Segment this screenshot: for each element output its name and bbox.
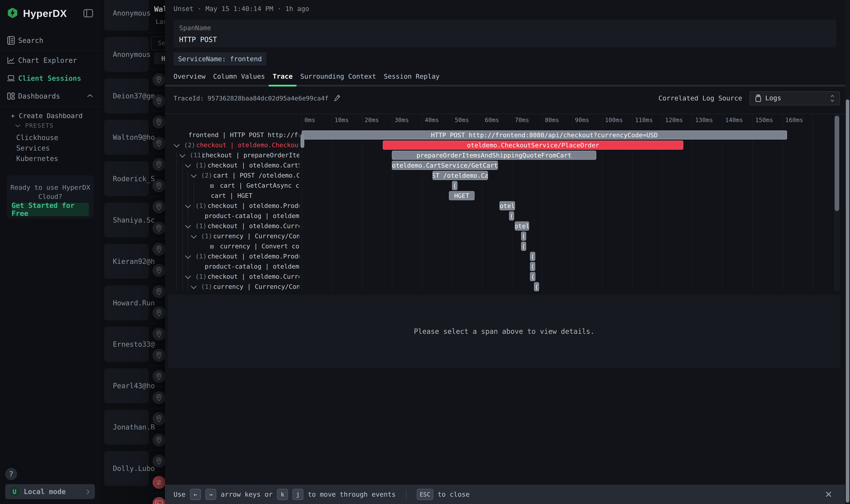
span-bar[interactable]: ( xyxy=(452,181,457,190)
local-mode-button[interactable]: U Local mode xyxy=(5,484,95,499)
chevron-down-icon[interactable] xyxy=(185,202,191,208)
span-tree-label[interactable]: currency | Convert convers… xyxy=(220,241,299,251)
session-card[interactable]: Walton9@ho xyxy=(104,120,149,155)
event-row[interactable] xyxy=(149,450,165,472)
chevron-down-icon[interactable] xyxy=(191,233,197,238)
session-card[interactable]: Deion37@gm xyxy=(104,78,149,113)
event-row[interactable] xyxy=(149,260,165,281)
span-tree-label[interactable]: cart | HGET xyxy=(211,191,252,201)
sidebar-item-dashboards[interactable]: Dashboards xyxy=(0,87,101,105)
preset-kubernetes[interactable]: Kubernetes xyxy=(16,155,58,163)
tab-column-values[interactable]: Column Values xyxy=(209,69,269,85)
span-tree-label[interactable]: checkout | oteldemo.CartServic… xyxy=(207,160,299,170)
event-row[interactable] xyxy=(149,429,165,451)
span-tree-label[interactable]: checkout | oteldemo.CurrencySe… xyxy=(207,272,299,282)
tab-session-replay[interactable]: Session Replay xyxy=(380,69,444,85)
session-card[interactable]: Ernesto33@ xyxy=(104,327,149,362)
preset-clickhouse[interactable]: Clickhouse xyxy=(16,133,58,142)
session-card[interactable]: Dolly.Lubo xyxy=(104,451,149,486)
chevron-down-icon[interactable] xyxy=(185,273,191,279)
span-bar[interactable]: ( xyxy=(530,272,536,281)
event-row[interactable] xyxy=(149,408,165,430)
event-row[interactable] xyxy=(149,238,165,260)
span-tree-label[interactable]: frontend | HTTP POST http://frontend:… xyxy=(188,130,299,140)
event-row[interactable] xyxy=(149,302,165,324)
peek-button[interactable]: H xyxy=(154,52,165,65)
event-row[interactable] xyxy=(149,111,165,133)
right-arrow-key[interactable]: → xyxy=(205,489,216,500)
chevron-down-icon[interactable] xyxy=(191,283,197,289)
event-row[interactable] xyxy=(149,154,165,175)
close-icon[interactable]: ✕ xyxy=(822,488,835,501)
span-tree-label[interactable]: checkout | prepareOrderItemsAnd… xyxy=(202,150,300,160)
span-bar[interactable]: prepareOrderItemsAndShippingQuoteFromCar… xyxy=(392,151,596,160)
session-card[interactable]: Anonymous xyxy=(104,0,149,31)
chevron-down-icon[interactable] xyxy=(179,152,185,158)
span-tree-label[interactable]: cart | POST /oteldemo.CartSe… xyxy=(213,170,300,180)
session-card[interactable]: Roderick_S xyxy=(104,161,149,196)
span-bar[interactable]: ( xyxy=(509,211,514,220)
event-row[interactable] xyxy=(149,133,165,154)
help-button[interactable]: ? xyxy=(5,468,17,480)
span-bar[interactable]: ( xyxy=(530,252,535,261)
chevron-down-icon[interactable] xyxy=(185,222,191,229)
event-row[interactable] xyxy=(149,69,165,91)
edit-pencil-icon[interactable] xyxy=(334,94,341,102)
sidebar-item-client-sessions[interactable]: Client Sessions xyxy=(0,70,101,87)
session-card[interactable]: Pearl43@ho xyxy=(104,368,149,403)
event-row[interactable] xyxy=(149,366,165,387)
tab-surrounding-context[interactable]: Surrounding Context xyxy=(296,69,380,85)
span-bar[interactable]: HGET xyxy=(449,191,474,200)
span-tree-label[interactable]: checkout | oteldemo.CheckoutServic… xyxy=(196,140,299,150)
event-row[interactable] xyxy=(149,493,165,504)
log-source-select[interactable]: Logs xyxy=(749,91,840,105)
span-bar[interactable]: ( xyxy=(534,282,539,291)
event-row[interactable] xyxy=(149,217,165,239)
span-bar[interactable]: otel xyxy=(515,221,529,231)
session-card[interactable]: Anonymous xyxy=(104,37,149,72)
event-row[interactable] xyxy=(149,196,165,218)
span-tree-label[interactable]: currency | Currency/Convert xyxy=(213,282,300,291)
chevron-down-icon[interactable] xyxy=(185,162,191,168)
get-started-button[interactable]: Get Started for Free xyxy=(12,203,89,216)
span-bar[interactable]: ( xyxy=(521,242,526,251)
create-dashboard-button[interactable]: + Create Dashboard xyxy=(11,112,83,120)
tab-trace[interactable]: Trace xyxy=(269,69,296,87)
preset-services[interactable]: Services xyxy=(16,144,50,152)
page-scrollbar-thumb[interactable] xyxy=(846,100,849,503)
event-row[interactable] xyxy=(149,323,165,345)
chevron-down-icon[interactable] xyxy=(174,142,180,147)
peek-search-input[interactable]: Sea xyxy=(151,36,165,50)
span-tree-label[interactable]: cart | GetCartAsync called… xyxy=(220,180,299,191)
span-tree-label[interactable]: product-catalog | oteldemo.Prod… xyxy=(205,262,299,272)
span-tree-label[interactable]: product-catalog | oteldemo.Prod… xyxy=(205,211,299,221)
tab-overview[interactable]: Overview xyxy=(170,69,209,85)
span-bar[interactable]: otel xyxy=(500,201,515,210)
j-key[interactable]: j xyxy=(292,489,303,500)
presets-header[interactable]: PRESETS xyxy=(15,122,54,129)
collapse-sidebar-icon[interactable] xyxy=(83,9,93,18)
session-card[interactable]: Jonathan.B xyxy=(104,410,149,445)
span-bar[interactable]: ( xyxy=(521,232,526,241)
sidebar-item-chart-explorer[interactable]: Chart Explorer xyxy=(0,52,101,69)
chevron-down-icon[interactable] xyxy=(191,172,197,178)
tree-scrollbar-thumb[interactable] xyxy=(301,134,304,148)
span-bar[interactable]: ( xyxy=(530,262,535,271)
span-bar[interactable]: POST /oteldemo.Cart xyxy=(433,171,488,180)
service-name-chip[interactable]: ServiceName: frontend xyxy=(174,52,266,66)
event-row[interactable] xyxy=(149,472,165,493)
span-tree-label[interactable]: checkout | oteldemo.CurrencySe… xyxy=(207,221,299,231)
sidebar-item-search[interactable]: Search xyxy=(0,32,101,49)
session-card[interactable]: Kieran92@h xyxy=(104,244,149,279)
modal-scrollbar-thumb[interactable] xyxy=(835,116,839,211)
session-card[interactable]: Shaniya.Sc xyxy=(104,203,149,237)
left-arrow-key[interactable]: ← xyxy=(190,489,201,500)
logo[interactable]: HyperDX xyxy=(7,7,67,19)
span-tree-label[interactable]: checkout | oteldemo.ProductCat… xyxy=(207,201,299,211)
span-tree-label[interactable]: currency | Currency/Convert xyxy=(213,231,300,241)
event-row[interactable] xyxy=(149,281,165,302)
span-bar[interactable]: HTTP POST http://frontend:8080/api/check… xyxy=(302,130,787,140)
span-tree-label[interactable]: checkout | oteldemo.ProductCat… xyxy=(207,251,299,262)
event-row[interactable] xyxy=(149,345,165,366)
esc-key[interactable]: ESC xyxy=(417,489,433,500)
